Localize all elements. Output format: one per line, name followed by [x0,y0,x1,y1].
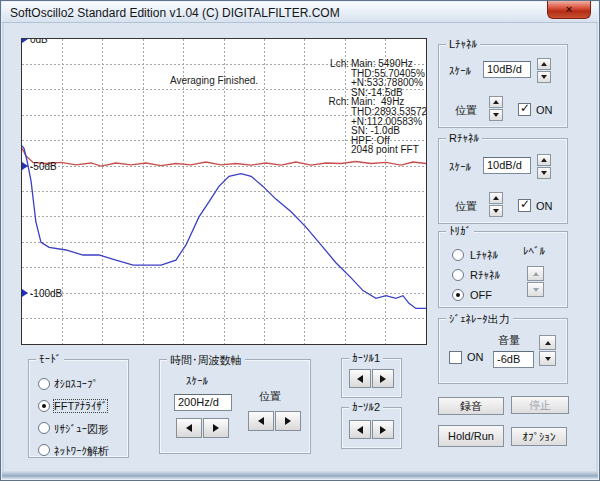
record-button[interactable]: 録音 [438,397,504,415]
time-axis-group-title: 時間･周波数軸 [167,353,245,368]
arrow-right-icon [213,424,219,432]
arrow-left-icon [186,424,192,432]
l-scale-field[interactable]: 10dB/d [483,61,531,78]
l-scale-up-button[interactable] [537,58,551,70]
mode-fft-label: FFTｱﾅﾗｲｻﾞ [54,400,107,412]
trigger-r-label: Rﾁｬﾈﾙ [470,269,500,281]
window-title: SoftOscillo2 Standard Edition v1.04 (C) … [10,6,340,20]
oscilloscope-display: Averaging Finished. Lch:Main: 5490HzTHD:… [21,38,427,345]
generator-on-checkbox[interactable] [449,351,462,364]
stop-button[interactable]: 停止 [511,396,569,414]
mode-group: ﾓｰﾄﾞ ｵｼﾛｽｺｰﾌﾟ FFTｱﾅﾗｲｻﾞ ﾘｻｼﾞｭｰ図形 ﾈｯﾄﾜｰｸ解… [28,359,129,458]
window-bottom-frame [2,471,598,479]
arrow-down-icon [545,357,551,361]
r-scale-label: ｽｹｰﾙ [449,161,471,173]
arrow-down-icon [541,75,547,79]
mode-fft-radio[interactable] [38,400,50,412]
arrow-up-icon [541,158,547,162]
r-channel-group-title: Rﾁｬﾈﾙ [446,132,482,144]
time-scale-arrows [176,418,229,438]
r-position-label: 位置 [455,199,477,214]
trigger-level-down-button[interactable] [527,282,544,297]
trigger-group-title: ﾄﾘｶﾞ [446,225,474,237]
volume-spinner [539,335,556,366]
arrow-up-icon [493,196,499,200]
mode-lissajous-radio[interactable] [38,422,50,434]
r-position-down-button[interactable] [489,205,503,217]
trigger-off-radio[interactable] [452,289,464,301]
volume-field[interactable]: -6dB [493,351,534,368]
arrow-down-icon [493,209,499,213]
arrow-right-icon [285,417,291,425]
l-scale-spinner [537,58,551,83]
volume-label: 音量 [498,333,520,348]
l-position-spinner [489,96,503,121]
l-position-down-button[interactable] [489,109,503,121]
r-on-label: ON [536,200,553,212]
time-position-right-button[interactable] [275,411,301,431]
status-message: Averaging Finished. [114,75,314,86]
l-on-checkbox[interactable] [518,103,531,116]
l-position-label: 位置 [455,103,477,118]
mode-network-radio[interactable] [38,444,50,456]
trigger-level-spinner [527,266,544,297]
y-axis-marker: -100dB [22,288,62,298]
trigger-off-label: OFF [470,289,492,301]
marker-triangle-icon [22,38,28,43]
arrow-up-icon [545,341,551,345]
r-channel-group: Rﾁｬﾈﾙ ｽｹｰﾙ 10dB/d 位置 ON [438,138,568,224]
trigger-r-radio[interactable] [452,269,464,281]
arrow-down-icon [541,171,547,175]
time-scale-right-button[interactable] [203,418,229,438]
l-position-up-button[interactable] [489,96,503,108]
options-button[interactable]: ｵﾌﾟｼｮﾝ [511,427,567,446]
trigger-level-up-button[interactable] [527,266,544,281]
arrow-right-icon [380,426,386,434]
cursor1-right-button[interactable] [372,369,394,388]
close-button[interactable]: × [547,1,591,19]
l-scale-label: ｽｹｰﾙ [449,65,471,77]
mode-oscilloscope-radio[interactable] [38,378,50,390]
volume-down-button[interactable] [539,351,556,366]
trigger-l-radio[interactable] [452,249,464,261]
generator-group-title: ｼﾞｪﾈﾚｰﾀ出力 [446,312,513,327]
time-position-label: 位置 [259,389,281,404]
volume-up-button[interactable] [539,335,556,350]
arrow-up-icon [493,100,499,104]
y-axis-marker: -50dB [22,161,57,171]
mode-network-label: ﾈｯﾄﾜｰｸ解析 [54,444,109,459]
cursor2-group-title: ｶｰｿﾙ2 [349,401,383,413]
arrow-right-icon [380,375,386,383]
cursor2-right-button[interactable] [372,420,394,439]
cursor2-group: ｶｰｿﾙ2 [341,407,402,449]
l-scale-down-button[interactable] [537,71,551,83]
hold-run-button[interactable]: Hold/Run [438,425,504,447]
time-scale-label: ｽｹｰﾙ [186,375,208,387]
l-channel-group-title: Lﾁｬﾈﾙ [446,38,480,50]
time-position-left-button[interactable] [248,411,274,431]
r-on-checkbox[interactable] [518,199,531,212]
arrow-down-icon [533,288,539,292]
cursor2-left-button[interactable] [349,420,371,439]
time-scale-left-button[interactable] [176,418,202,438]
arrow-down-icon [493,113,499,117]
l-channel-group: Lﾁｬﾈﾙ ｽｹｰﾙ 10dB/d 位置 ON [438,44,568,128]
trigger-l-label: Lﾁｬﾈﾙ [470,249,498,261]
r-position-spinner [489,192,503,217]
r-scale-field[interactable]: 10dB/d [483,157,531,174]
trigger-level-label: ﾚﾍﾞﾙ [523,245,545,257]
generator-group: ｼﾞｪﾈﾚｰﾀ出力 ON 音量 -6dB [438,318,568,384]
cursor1-left-button[interactable] [349,369,371,388]
r-position-up-button[interactable] [489,192,503,204]
y-axis-tick-label: -100dB [30,288,62,299]
app-window: SoftOscillo2 Standard Edition v1.04 (C) … [0,0,600,481]
trigger-group: ﾄﾘｶﾞ Lﾁｬﾈﾙ Rﾁｬﾈﾙ OFF ﾚﾍﾞﾙ [438,231,568,308]
time-scale-field[interactable]: 200Hz/d [174,394,232,411]
cursor1-arrows [349,369,394,388]
r-scale-up-button[interactable] [537,154,551,166]
r-scale-down-button[interactable] [537,167,551,179]
y-axis-tick-label: -50dB [30,161,57,172]
close-icon: × [566,4,572,15]
stat-line: 2048 point FFT [324,145,426,155]
mode-lissajous-label: ﾘｻｼﾞｭｰ図形 [54,422,109,437]
